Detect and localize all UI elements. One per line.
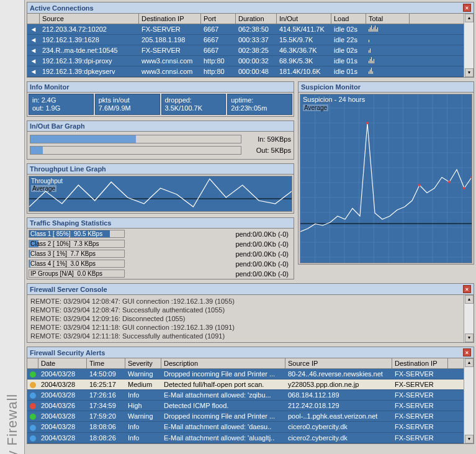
info-box-uptime: uptime:2d:23h:05m [227,94,292,115]
info-box-inout: in: 2.4Gout: 1.9G [29,94,94,115]
svg-point-26 [366,122,369,124]
table-row[interactable]: ◄192.162.1.39:dpkeyservwww3.cnnsi.comhtt… [27,66,464,77]
shape-row[interactable]: Class 3 [ 1%] 7.7 KBpspend:0/0.0Kb (-0) [29,249,292,258]
panel-title: In/Out Bar Graph [30,122,85,130]
panel-shaping: Traffic Shaping Statistics Class 1 [ 85%… [27,217,294,279]
panel-title: Active Connections [30,4,94,12]
table-row[interactable]: ◄234.R..ma-tde.net:10545FX-SERVER6667002… [27,45,464,56]
svg-point-29 [463,187,465,189]
info-box-pkts: pkts in/out7.6M/9.9M [95,94,160,115]
scrollbar[interactable]: ▴ ▾ [464,295,474,342]
scrollbar[interactable]: ▴ ▾ [464,358,474,443]
table-row[interactable]: ◄192.162.1.39:dpi-proxywww3.cnnsi.comhtt… [27,56,464,66]
panel-alerts: Firewall Security Alerts × Date Time Sev… [27,347,474,444]
alert-row[interactable]: 2004/03/2818:08:06InfoE-Mail attachment … [27,422,464,432]
severity-icon [30,435,36,442]
panel-suspicion: Suspicion Monitor Suspicion - 24 hours A… [298,81,474,265]
panel-throughput: Throughput Line Graph Throughput Average [27,163,294,214]
alert-row[interactable]: 2004/03/2617:34:59HighDetected ICMP floo… [27,401,464,411]
panel-title: Firewall Server Console [30,286,107,293]
close-icon[interactable]: × [463,4,471,12]
severity-icon [30,393,36,399]
alert-row[interactable]: 2004/03/2818:08:26InfoE-Mail attachment … [27,433,464,443]
arrow-left-icon: ◄ [27,66,40,76]
bar-in-label: In: 59KBps [241,135,291,143]
shape-row[interactable]: Class 2 [ 10%] 7.3 KBpspend:0/0.0Kb (-0) [29,239,292,248]
console-line: REMOTE: 03/29/04 12:09:16: Disconnected … [30,314,460,323]
close-icon[interactable]: × [463,348,471,356]
scroll-down-icon[interactable]: ▾ [465,334,474,342]
alert-row[interactable]: 2004/03/2814:50:09WarningDropped incomin… [27,369,464,379]
severity-icon [30,382,36,388]
info-box-dropped: dropped:3.5K/100.7K [161,94,227,115]
panel-title: Throughput Line Graph [30,165,106,173]
severity-icon [30,425,36,431]
throughput-chart: Throughput Average [29,176,292,212]
panel-title: Traffic Shaping Statistics [30,219,111,227]
scroll-up-icon[interactable]: ▴ [465,295,474,304]
arrow-left-icon: ◄ [27,56,40,66]
severity-icon [30,414,36,420]
severity-icon [30,403,36,409]
severity-icon [30,371,36,378]
scrollbar[interactable]: ▴ ▾ [464,14,474,77]
app-title: InJoy Firewall [4,394,20,454]
scroll-up-icon[interactable]: ▴ [465,358,474,367]
console-line: REMOTE: 03/29/04 12:11:18: GUI connectio… [30,323,460,332]
scroll-down-icon[interactable]: ▾ [465,68,474,77]
svg-point-27 [418,184,421,186]
arrow-left-icon: ◄ [27,24,40,34]
shape-row[interactable]: Class 1 [ 85%] 90.5 KBpspend:0/0.0Kb (-0… [29,229,292,238]
shape-row[interactable]: Class 4 [ 1%] 3.0 KBpspend:0/0.0Kb (-0) [29,259,292,268]
alert-row[interactable]: 2004/03/2816:25:17MediumDetected full/ha… [27,379,464,390]
arrow-left-icon: ◄ [27,45,40,55]
close-icon[interactable]: × [463,285,471,293]
app-sidebar: InJoy Firewall [0,0,25,454]
panel-title: Suspicion Monitor [301,83,361,91]
panel-title: Firewall Security Alerts [30,349,105,356]
alert-row[interactable]: 2004/03/2817:59:20WarningDropped incomin… [27,411,464,422]
shape-row[interactable]: IP Groups [N/A] 0.0 KBpspend:0/0.0Kb (-0… [29,269,292,278]
suspicion-chart: Suspicion - 24 hours Average [300,94,472,263]
scroll-up-icon[interactable]: ▴ [465,14,474,22]
table-row[interactable]: ◄212.203.34.72:10202FX-SERVER6667062:38:… [27,24,464,35]
alert-row[interactable]: 2004/03/2817:26:16InfoE-Mail attachment … [27,390,464,401]
arrow-left-icon: ◄ [27,35,40,45]
panel-title: Info Monitor [30,83,70,91]
panel-console: Firewall Server Console × REMOTE: 03/29/… [27,283,474,343]
console-output: REMOTE: 03/29/04 12:08:47: GUI connectio… [27,295,464,342]
console-line: REMOTE: 03/29/04 12:11:18: Successfully … [30,332,460,340]
scroll-down-icon[interactable]: ▾ [465,435,474,443]
panel-connections: Active Connections × Source Destination … [27,2,474,78]
connections-header[interactable]: Source Destination IP Port Duration In/O… [27,14,464,24]
panel-info: Info Monitor in: 2.4Gout: 1.9G pkts in/o… [27,81,294,117]
svg-point-28 [448,181,451,183]
panel-bargraph: In/Out Bar Graph In: 59KBps Out: 5KBps [27,120,294,160]
console-line: REMOTE: 03/29/04 12:08:47: GUI connectio… [30,297,460,306]
console-line: REMOTE: 03/29/04 12:08:47: Successfully … [30,306,460,314]
table-row[interactable]: ◄192.162.1.39:1628205.188.1.1986667000:3… [27,35,464,45]
bar-out-label: Out: 5KBps [241,147,291,154]
alerts-header[interactable]: Date Time Severity Description Source IP… [27,358,464,369]
